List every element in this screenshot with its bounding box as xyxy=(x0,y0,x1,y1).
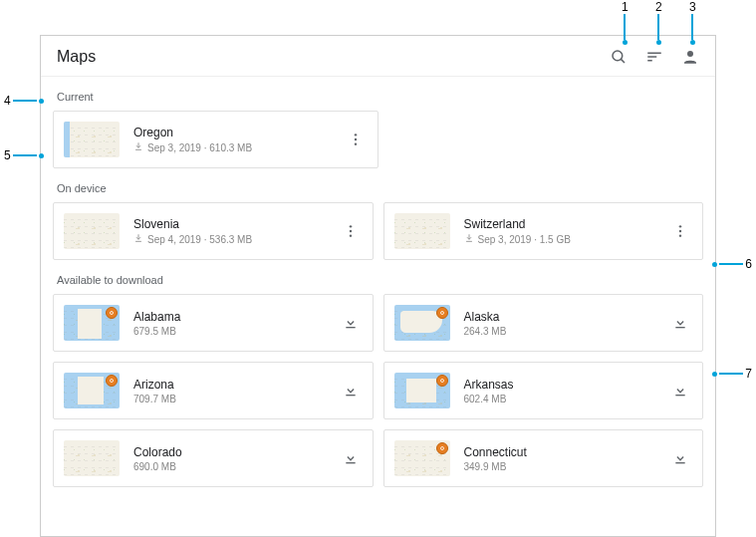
svg-point-7 xyxy=(354,138,356,140)
download-button[interactable] xyxy=(337,377,365,404)
download-button[interactable] xyxy=(337,309,365,337)
map-thumbnail xyxy=(394,373,450,408)
overflow-menu-button[interactable] xyxy=(666,217,694,245)
svg-point-6 xyxy=(354,134,356,135)
map-thumbnail xyxy=(394,213,450,249)
map-card-alabama[interactable]: Alabama 679.5 MB xyxy=(53,294,374,352)
map-card-alaska[interactable]: Alaska 264.3 MB xyxy=(383,294,704,352)
header: Maps xyxy=(41,36,715,77)
map-card-connecticut[interactable]: Connecticut 349.9 MB xyxy=(383,429,704,487)
poi-badge-icon xyxy=(436,307,448,319)
map-thumbnail xyxy=(394,305,450,341)
callout-label: 3 xyxy=(689,0,696,14)
search-icon[interactable] xyxy=(610,48,628,66)
svg-point-11 xyxy=(349,234,351,236)
overflow-menu-button[interactable] xyxy=(337,217,365,245)
card-text: Switzerland Sep 3, 2019 · 1.5 GB xyxy=(464,217,667,245)
callout-label: 7 xyxy=(745,367,752,381)
header-actions xyxy=(610,48,699,66)
callout-1: 1 xyxy=(622,0,629,45)
download-button[interactable] xyxy=(666,444,694,472)
callout-5: 5 xyxy=(4,148,44,162)
available-grid: Alabama 679.5 MB Alaska 264.3 MB xyxy=(53,294,703,487)
map-card-switzerland[interactable]: Switzerland Sep 3, 2019 · 1.5 GB xyxy=(383,202,704,260)
poi-badge-icon xyxy=(436,442,448,454)
map-meta: 690.0 MB xyxy=(133,461,337,472)
map-name: Alaska xyxy=(464,310,667,324)
map-thumbnail xyxy=(64,440,120,476)
map-name: Arizona xyxy=(133,378,337,392)
map-card-oregon[interactable]: Oregon Sep 3, 2019 · 610.3 MB xyxy=(53,111,378,168)
callout-label: 4 xyxy=(4,94,11,108)
svg-rect-19 xyxy=(346,462,355,463)
map-name: Arkansas xyxy=(464,378,667,392)
card-text: Oregon Sep 3, 2019 · 610.3 MB xyxy=(133,126,342,153)
svg-rect-18 xyxy=(675,395,684,396)
svg-rect-15 xyxy=(346,327,355,328)
map-card-slovenia[interactable]: Slovenia Sep 4, 2019 · 536.3 MB xyxy=(53,202,374,260)
download-button[interactable] xyxy=(666,309,694,337)
callout-label: 1 xyxy=(622,0,629,14)
card-text: Connecticut 349.9 MB xyxy=(464,445,667,472)
section-header-available: Available to download xyxy=(57,274,699,286)
section-header-current: Current xyxy=(57,91,699,103)
card-text: Arizona 709.7 MB xyxy=(133,378,337,404)
svg-point-12 xyxy=(679,225,681,227)
current-grid: Oregon Sep 3, 2019 · 610.3 MB xyxy=(53,111,378,168)
sort-icon[interactable] xyxy=(645,48,663,66)
svg-point-0 xyxy=(613,51,623,61)
poi-badge-icon xyxy=(106,375,118,387)
svg-rect-17 xyxy=(346,395,355,396)
account-icon[interactable] xyxy=(681,48,699,66)
svg-rect-3 xyxy=(647,56,656,58)
svg-rect-4 xyxy=(647,60,652,62)
map-card-colorado[interactable]: Colorado 690.0 MB xyxy=(53,429,374,487)
app-frame: Maps Current Oregon xyxy=(40,35,716,537)
downloaded-icon xyxy=(464,233,474,245)
download-button[interactable] xyxy=(666,377,694,404)
svg-rect-16 xyxy=(675,327,684,328)
map-meta: 709.7 MB xyxy=(133,394,337,404)
map-thumbnail xyxy=(64,213,120,249)
map-thumbnail xyxy=(64,373,120,408)
svg-point-8 xyxy=(354,142,356,144)
callout-3: 3 xyxy=(689,0,696,45)
callout-6: 6 xyxy=(712,257,752,271)
svg-point-10 xyxy=(349,230,351,232)
map-name: Oregon xyxy=(133,126,342,139)
card-text: Arkansas 602.4 MB xyxy=(464,378,667,404)
content: Current Oregon Sep 3, 2019 · 610.3 MB xyxy=(41,77,715,511)
map-thumbnail xyxy=(394,440,450,476)
poi-badge-icon xyxy=(436,375,448,387)
map-name: Alabama xyxy=(133,310,337,324)
svg-point-9 xyxy=(349,225,351,227)
map-card-arizona[interactable]: Arizona 709.7 MB xyxy=(53,362,374,419)
download-button[interactable] xyxy=(337,444,365,472)
poi-badge-icon xyxy=(106,307,118,319)
svg-point-13 xyxy=(679,230,681,232)
map-thumbnail xyxy=(64,305,120,341)
callout-label: 2 xyxy=(655,0,662,14)
page-title: Maps xyxy=(57,48,96,66)
map-thumbnail xyxy=(64,122,120,157)
callout-7: 7 xyxy=(712,367,752,381)
downloaded-icon xyxy=(133,141,143,153)
svg-rect-20 xyxy=(675,462,684,463)
map-meta: Sep 3, 2019 · 1.5 GB xyxy=(464,233,667,245)
callout-4: 4 xyxy=(4,94,44,108)
svg-rect-2 xyxy=(647,53,661,55)
callout-label: 6 xyxy=(745,257,752,271)
map-name: Slovenia xyxy=(133,217,337,231)
map-name: Colorado xyxy=(133,445,337,459)
ondevice-grid: Slovenia Sep 4, 2019 · 536.3 MB Switzerl… xyxy=(53,202,703,260)
card-text: Alaska 264.3 MB xyxy=(464,310,667,337)
card-text: Slovenia Sep 4, 2019 · 536.3 MB xyxy=(133,217,337,245)
map-meta: 349.9 MB xyxy=(464,461,667,472)
map-card-arkansas[interactable]: Arkansas 602.4 MB xyxy=(383,362,704,419)
svg-point-14 xyxy=(679,234,681,236)
overflow-menu-button[interactable] xyxy=(342,126,370,153)
map-meta: 264.3 MB xyxy=(464,326,667,337)
map-meta: Sep 3, 2019 · 610.3 MB xyxy=(133,141,342,153)
downloaded-icon xyxy=(133,233,143,245)
svg-line-1 xyxy=(621,59,625,63)
